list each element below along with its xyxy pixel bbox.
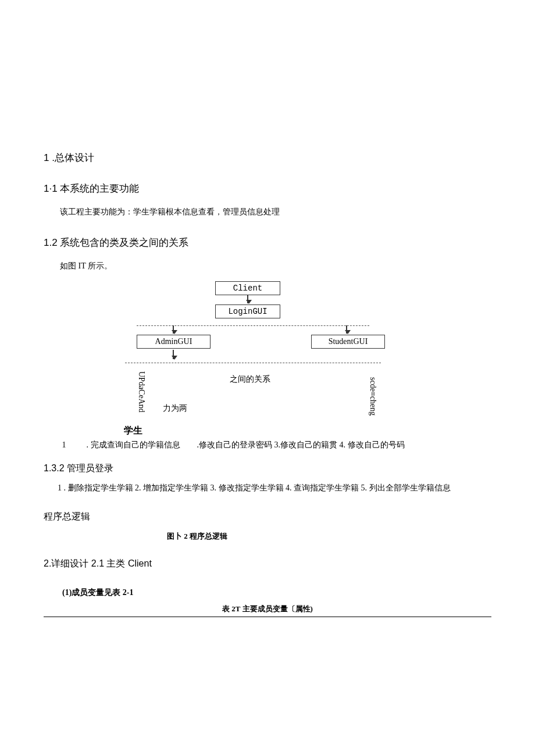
class-diagram: Client LoginGUI AdminGUI StudentGUI UPda… — [79, 281, 486, 438]
figure-2-caption: 图卜 2 程序总逻辑 — [167, 531, 491, 542]
heading-logic: 程序总逻辑 — [44, 511, 491, 523]
heading-2: 2.详细设计 2.1 主类 Client — [44, 558, 491, 570]
heading-1-2: 1.2 系统包含的类及类之间的关系 — [44, 236, 491, 249]
table-2t-header: 表 2T 主要成员变量〔属性) — [44, 604, 491, 617]
list-item-text-b: . 完成查询自己的学籍信息 — [87, 440, 180, 449]
list-item-number: 1 — [44, 438, 84, 452]
diagram-label-scdecheng: scde≡cheng — [368, 377, 377, 415]
list-1-3-1: 1 . 完成查询自己的学籍信息 .修改自己的登录密码 3.修改自己的籍贯 4. … — [44, 438, 491, 452]
arrow-icon — [173, 325, 174, 334]
diagram-box-logingui: LoginGUI — [215, 304, 280, 318]
table-2t-caption: 表 2T 主要成员变量〔属性) — [44, 604, 491, 614]
diagram-label-relation: 之间的关系 — [230, 374, 270, 385]
arrow-icon — [247, 295, 248, 303]
list-item-text-c: .修改自己的登录密码 3.修改自己的籍贯 4. 修改自己的号码 — [197, 440, 405, 449]
diagram-label-student: 学生 — [124, 425, 142, 437]
dashed-connector — [137, 325, 369, 326]
diagram-box-client: Client — [215, 281, 280, 295]
diagram-box-studentgui: StudentGUI — [311, 335, 385, 349]
paragraph-1-1: 该工程主要功能为：学生学籍根本信息查看，管理员信息处理 — [44, 206, 491, 218]
arrow-icon — [346, 325, 347, 334]
paragraph-1-2: 如图 IT 所示。 — [44, 260, 491, 273]
diagram-box-admingui: AdminGUI — [137, 335, 211, 349]
arrow-icon — [173, 350, 174, 359]
diagram-label-liweiliang: 力为两 — [163, 403, 187, 414]
subtitle-2-1-1: (1)成员变量见表 2-1 — [62, 587, 491, 598]
heading-1: 1 .总体设计 — [44, 151, 491, 164]
diagram-label-updatceand: UPdaCeAnd — [137, 371, 146, 413]
dashed-connector — [125, 363, 381, 363]
paragraph-1-3-2: 1 . 删除指定学生学籍 2. 增加指定学生学籍 3. 修改指定学生学籍 4. … — [44, 482, 491, 495]
heading-1-1: 1·1 本系统的主要功能 — [44, 182, 491, 195]
heading-1-3-2: 1.3.2 管理员登录 — [44, 463, 491, 475]
